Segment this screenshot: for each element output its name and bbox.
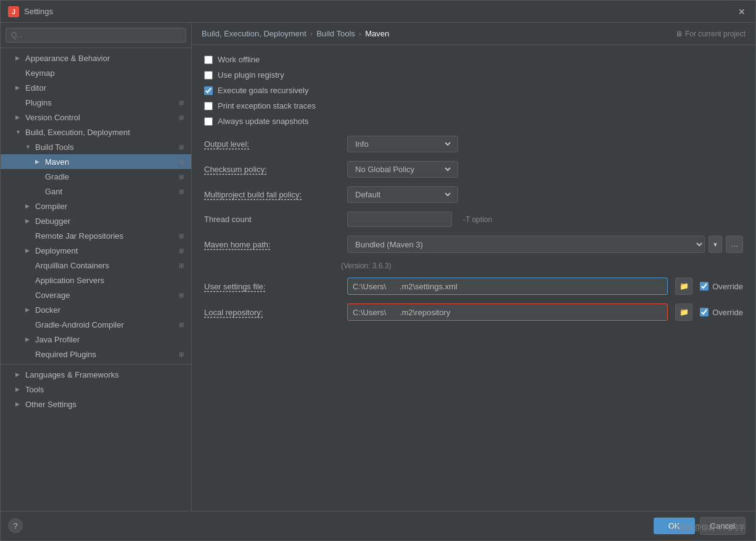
maven-home-dropdown-btn[interactable]: ▼ [709, 236, 722, 253]
sidebar-item-languages[interactable]: ▶ Languages & Frameworks [1, 367, 191, 382]
local-repo-input[interactable] [347, 304, 668, 321]
maven-home-browse-btn[interactable]: … [726, 236, 743, 253]
use-plugin-registry-checkbox[interactable] [204, 71, 213, 80]
search-box [1, 23, 191, 48]
sidebar-item-maven[interactable]: ▶ Maven ⊞ [1, 154, 191, 169]
gant-icon: ⊞ [176, 186, 186, 196]
sidebar-item-appearance[interactable]: ▶ Appearance & Behavior [1, 51, 191, 65]
output-level-label: Output level: [204, 139, 340, 149]
version-text: (Version: 3.6.3) [204, 262, 743, 270]
sidebar-item-editor[interactable]: ▶ Editor [1, 80, 191, 95]
local-repo-override: Override [700, 308, 743, 317]
sidebar-label-gradle: Gradle [45, 172, 176, 181]
sidebar-item-app-servers[interactable]: Application Servers [1, 273, 191, 287]
checksum-policy-select[interactable]: No Global Policy Strict Warn Ignore [347, 161, 458, 178]
sidebar-tree: ▶ Appearance & Behavior Keymap ▶ Editor … [1, 48, 191, 511]
sidebar-item-tools[interactable]: ▶ Tools [1, 382, 191, 397]
sidebar-item-version-control[interactable]: ▶ Version Control ⊞ [1, 110, 191, 125]
sidebar-label-editor: Editor [25, 83, 186, 93]
tree-arrow-vc: ▶ [15, 114, 25, 120]
settings-dialog: J Settings ✕ ▶ Appearance & Behavior Key… [0, 0, 756, 541]
sidebar-label-build-tools: Build Tools [35, 142, 176, 152]
local-repo-override-label: Override [712, 308, 743, 317]
tree-arrow-docker: ▶ [25, 307, 35, 313]
sidebar-item-compiler[interactable]: ▶ Compiler [1, 199, 191, 213]
sidebar-label-gradle-android: Gradle-Android Compiler [35, 320, 176, 329]
user-settings-browse-btn[interactable]: 📁 [675, 278, 692, 295]
checksum-policy-row: Checksum policy: No Global Policy Strict… [204, 161, 743, 178]
breadcrumb-project: 🖥 For current project [675, 30, 746, 38]
sidebar-item-gradle[interactable]: Gradle ⊞ [1, 169, 191, 184]
app-icon: J [8, 6, 19, 17]
print-stack-traces-checkbox[interactable] [204, 102, 213, 110]
multiproject-policy-dropdown[interactable]: Default At End Never Fail Fast [353, 189, 453, 200]
sidebar-item-coverage[interactable]: Coverage ⊞ [1, 287, 191, 302]
sidebar-item-build-exec[interactable]: ▼ Build, Execution, Deployment [1, 125, 191, 139]
t-option-label: -T option [463, 215, 492, 224]
output-level-dropdown[interactable]: Info Debug Warn Error [353, 139, 453, 149]
bottom-bar: OK Cancel [1, 511, 755, 540]
dialog-title: Settings [24, 7, 736, 16]
local-repo-row: Local repository: 📁 Override [204, 304, 743, 321]
sidebar-item-deployment[interactable]: ▶ Deployment ⊞ [1, 243, 191, 258]
remote-jar-icon: ⊞ [176, 231, 186, 241]
sidebar-item-docker[interactable]: ▶ Docker [1, 302, 191, 317]
sidebar-item-plugins[interactable]: Plugins ⊞ [1, 95, 191, 110]
execute-goals-label: Execute goals recursively [218, 86, 308, 95]
sidebar-item-arquillian[interactable]: Arquillian Containers ⊞ [1, 258, 191, 273]
local-repo-label: Local repository: [204, 308, 340, 317]
maven-home-label: Maven home path: [204, 240, 340, 249]
maven-icon: ⊞ [176, 157, 186, 167]
breadcrumb-part2: Build Tools [316, 29, 355, 38]
output-level-select[interactable]: Info Debug Warn Error [347, 136, 458, 152]
help-button[interactable]: ? [8, 518, 23, 533]
tree-arrow-compiler: ▶ [25, 203, 35, 209]
settings-panel: Work offline Use plugin registry Execute… [192, 45, 755, 511]
local-repo-browse-btn[interactable]: 📁 [675, 304, 692, 321]
sidebar-label-app-servers: Application Servers [35, 276, 186, 285]
maven-home-controls: Bundled (Maven 3) ▼ … [347, 236, 743, 253]
maven-home-row: Maven home path: Bundled (Maven 3) ▼ … [204, 236, 743, 253]
tree-arrow-debugger: ▶ [25, 218, 35, 224]
sidebar-label-tools: Tools [25, 385, 186, 394]
multiproject-policy-select[interactable]: Default At End Never Fail Fast [347, 186, 458, 203]
coverage-icon: ⊞ [176, 290, 186, 300]
local-repo-override-checkbox[interactable] [700, 308, 709, 316]
thread-count-input[interactable] [347, 212, 452, 227]
search-input[interactable] [6, 28, 186, 43]
close-button[interactable]: ✕ [736, 6, 748, 18]
breadcrumb-sep2: › [359, 29, 361, 38]
sidebar-label-deployment: Deployment [35, 246, 176, 255]
thread-count-label: Thread count [204, 215, 340, 224]
sidebar-item-gant[interactable]: Gant ⊞ [1, 184, 191, 199]
tree-arrow-deployment: ▶ [25, 247, 35, 254]
user-settings-input[interactable] [347, 278, 668, 295]
breadcrumb: Build, Execution, Deployment › Build Too… [192, 23, 755, 45]
sidebar-item-other[interactable]: ▶ Other Settings [1, 397, 191, 411]
user-settings-row: User settings file: 📁 Override [204, 278, 743, 295]
maven-home-select[interactable]: Bundled (Maven 3) [347, 236, 705, 253]
output-level-row: Output level: Info Debug Warn Error [204, 136, 743, 152]
sidebar-item-keymap[interactable]: Keymap [1, 65, 191, 80]
work-offline-row: Work offline [204, 55, 743, 64]
user-settings-override-checkbox[interactable] [700, 282, 709, 291]
sidebar-item-required-plugins[interactable]: Required Plugins ⊞ [1, 347, 191, 361]
work-offline-checkbox[interactable] [204, 56, 213, 64]
sidebar-item-debugger[interactable]: ▶ Debugger [1, 213, 191, 228]
sidebar-item-build-tools[interactable]: ▼ Build Tools ⊞ [1, 139, 191, 154]
user-settings-override-label: Override [712, 282, 743, 291]
sidebar-label-required-plugins: Required Plugins [35, 350, 176, 359]
execute-goals-checkbox[interactable] [204, 86, 213, 95]
sidebar-label-compiler: Compiler [35, 202, 186, 211]
always-update-checkbox[interactable] [204, 117, 213, 126]
sidebar-label-other: Other Settings [25, 400, 186, 409]
tree-arrow-editor: ▶ [15, 85, 25, 91]
breadcrumb-project-label: For current project [685, 30, 746, 38]
tree-arrow-java-profiler: ▶ [25, 336, 35, 342]
sidebar-item-gradle-android[interactable]: Gradle-Android Compiler ⊞ [1, 317, 191, 332]
sidebar-item-java-profiler[interactable]: ▶ Java Profiler [1, 332, 191, 347]
vc-icon: ⊞ [176, 112, 186, 122]
tree-arrow-languages: ▶ [15, 371, 25, 378]
checksum-policy-dropdown[interactable]: No Global Policy Strict Warn Ignore [353, 164, 453, 175]
sidebar-item-remote-jar[interactable]: Remote Jar Repositories ⊞ [1, 228, 191, 243]
